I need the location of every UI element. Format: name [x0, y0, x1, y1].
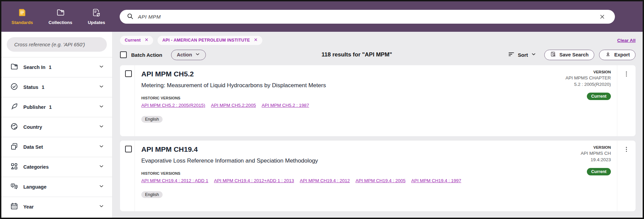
tab-label: Collections	[49, 20, 72, 25]
cross-reference-input[interactable]	[7, 37, 107, 52]
sidebar-item-categories[interactable]: Categories	[1, 157, 112, 177]
filters-sidebar: Search In 1 Status 1 Publisher 1	[1, 32, 113, 218]
results-toolbar: Batch Action Action 118 results for "API…	[120, 49, 636, 60]
filter-chip-current[interactable]: Current	[120, 36, 153, 45]
chevron-down-icon	[99, 164, 104, 170]
action-dropdown-button[interactable]: Action	[171, 50, 206, 60]
calendar-icon	[10, 202, 18, 212]
status-badge: Current	[587, 93, 611, 100]
card-menu-column	[617, 65, 636, 136]
chevron-down-icon	[99, 203, 104, 210]
chevron-down-icon	[99, 184, 104, 190]
version-label: VERSION	[593, 70, 611, 74]
filter-count: 1	[49, 104, 52, 110]
primary-nav: Standards Collections Updates	[1, 1, 105, 32]
sidebar-item-data-set[interactable]: Data Set	[1, 137, 112, 157]
historic-version-link[interactable]: API MPM CH19.4 : 2012	[300, 178, 350, 183]
result-subtitle: Evaporative Loss Reference Information a…	[141, 157, 532, 164]
filter-count: 1	[42, 84, 44, 90]
sidebar-item-country[interactable]: Country	[1, 117, 112, 137]
shapes-icon	[10, 162, 18, 172]
chip-label: API - AMERICAN PETROLEUM INSTITUTE	[162, 38, 250, 43]
result-card: API MPM CH19.4 Evaporative Loss Referenc…	[120, 141, 636, 211]
sidebar-item-language[interactable]: Language	[1, 177, 112, 197]
card-content: API MPM CH5.2 Metering: Measurement of L…	[135, 65, 536, 136]
historic-version-link[interactable]: API MPM CH19.4 : 2012+ADD 1 : 2013	[214, 178, 294, 183]
filter-label: Search In	[23, 65, 45, 70]
card-menu-column	[617, 141, 636, 211]
card-version-block: VERSION API MPMS CH 19.4:2023 Current	[536, 141, 617, 211]
global-search-bar	[120, 10, 615, 24]
card-content: API MPM CH19.4 Evaporative Loss Referenc…	[135, 141, 536, 211]
historic-version-link[interactable]: API MPM CH5.2 : 1987	[262, 103, 309, 108]
save-search-icon	[550, 51, 556, 58]
clear-all-link[interactable]: Clear All	[617, 38, 636, 43]
search-clear-icon[interactable]	[599, 14, 605, 20]
chip-label: Current	[125, 38, 141, 43]
filter-label: Year	[23, 204, 34, 210]
card-select-column	[120, 65, 135, 136]
filter-chip-publisher[interactable]: API - AMERICAN PETROLEUM INSTITUTE	[158, 36, 262, 45]
chevron-down-icon	[99, 104, 104, 111]
search-input[interactable]	[138, 14, 599, 20]
kebab-menu-icon[interactable]	[623, 71, 630, 78]
action-button-label: Action	[177, 52, 192, 57]
language-tag: English	[141, 191, 163, 198]
feather-icon	[10, 102, 18, 112]
chevron-down-icon	[99, 64, 104, 71]
batch-action-checkbox[interactable]	[120, 51, 127, 58]
kebab-menu-icon[interactable]	[623, 146, 630, 153]
tab-label: Updates	[88, 20, 105, 25]
tab-standards[interactable]: Standards	[11, 8, 33, 25]
version-line: 19.4:2023	[591, 157, 611, 162]
results-count-text: 118 results for "API MPM"	[206, 51, 508, 58]
search-icon	[126, 13, 134, 21]
chip-remove-icon[interactable]	[254, 38, 258, 43]
language-tag: English	[141, 116, 163, 123]
result-select-checkbox[interactable]	[125, 146, 132, 152]
sidebar-item-publisher[interactable]: Publisher 1	[1, 97, 112, 117]
result-title[interactable]: API MPM CH5.2	[141, 70, 532, 78]
sort-lines-icon	[508, 51, 515, 59]
sidebar-item-search-in[interactable]: Search In 1	[1, 57, 112, 77]
result-title[interactable]: API MPM CH19.4	[141, 145, 532, 153]
tab-label: Standards	[11, 20, 33, 25]
result-select-checkbox[interactable]	[125, 70, 132, 77]
historic-versions-label: HISTORIC VERSIONS	[141, 96, 532, 100]
folder-bookmark-icon	[56, 8, 65, 18]
cross-reference-wrap	[1, 32, 112, 57]
export-button[interactable]: Export	[599, 50, 636, 60]
globe-icon	[10, 122, 18, 132]
batch-action-label: Batch Action	[131, 52, 162, 58]
historic-version-link[interactable]: API MPM CH19.4 : 2012 : ADD 1	[141, 178, 208, 183]
sidebar-item-year[interactable]: Year	[1, 197, 112, 217]
filter-label: Data Set	[23, 144, 43, 150]
folder-bookmark-icon	[10, 63, 18, 72]
save-search-button[interactable]: Save Search	[544, 50, 594, 60]
translate-icon	[10, 182, 18, 192]
tab-updates[interactable]: Updates	[88, 8, 105, 25]
sort-control[interactable]: Sort	[508, 51, 536, 59]
sidebar-item-status[interactable]: Status 1	[1, 77, 112, 97]
tab-collections[interactable]: Collections	[49, 8, 72, 25]
historic-versions-label: HISTORIC VERSIONS	[141, 171, 532, 175]
historic-versions-links: API MPM CH19.4 : 2012 : ADD 1 API MPM CH…	[141, 178, 532, 183]
download-icon	[605, 51, 611, 58]
filter-count: 1	[49, 65, 51, 70]
card-select-column	[120, 141, 135, 211]
historic-version-link[interactable]: API MPM CH5.2:2005	[211, 103, 256, 108]
results-main: Current API - AMERICAN PETROLEUM INSTITU…	[113, 32, 643, 218]
historic-version-link[interactable]: API MPM CH19.4 : 1997	[411, 178, 461, 183]
chevron-down-icon	[531, 52, 536, 58]
filter-label: Categories	[23, 164, 49, 170]
historic-version-link[interactable]: API MPM CH19.4 : 2005	[356, 178, 406, 183]
version-line: API MPMS CHAPTER	[566, 75, 611, 80]
check-circle-icon	[10, 82, 18, 92]
result-subtitle: Metering: Measurement of Liquid Hydrocar…	[141, 82, 532, 89]
historic-version-link[interactable]: API MPM CH5.2 : 2005(R2015)	[141, 103, 205, 108]
card-version-block: VERSION API MPMS CHAPTER 5.2 : 2005(R202…	[536, 65, 617, 136]
chip-remove-icon[interactable]	[145, 38, 148, 43]
app-header: Standards Collections Updates	[1, 1, 643, 32]
chevron-down-icon	[99, 144, 104, 150]
result-card: API MPM CH5.2 Metering: Measurement of L…	[120, 65, 636, 136]
